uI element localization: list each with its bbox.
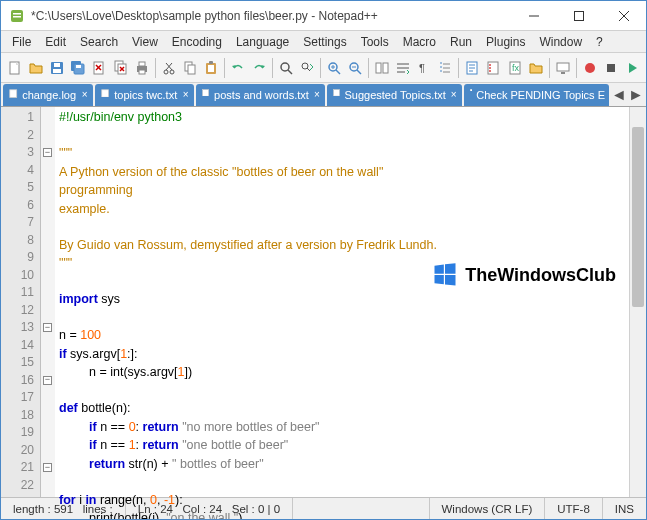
tab-label: Suggested Topics.txt: [345, 89, 446, 101]
svg-rect-32: [209, 61, 213, 64]
svg-rect-45: [383, 63, 388, 73]
svg-line-40: [336, 70, 340, 74]
svg-point-66: [585, 63, 595, 73]
find-icon[interactable]: [276, 57, 296, 79]
menu-encoding[interactable]: Encoding: [165, 33, 229, 51]
menu-language[interactable]: Language: [229, 33, 296, 51]
open-file-icon[interactable]: [26, 57, 46, 79]
menu-view[interactable]: View: [125, 33, 165, 51]
scrollbar-thumb[interactable]: [632, 127, 644, 307]
copy-icon[interactable]: [180, 57, 200, 79]
menu-search[interactable]: Search: [73, 33, 125, 51]
menu-plugins[interactable]: Plugins: [479, 33, 532, 51]
save-icon[interactable]: [47, 57, 67, 79]
record-macro-icon[interactable]: [580, 57, 600, 79]
fold-toggle-icon[interactable]: −: [43, 148, 52, 157]
title-bar: *C:\Users\Love\Desktop\sample python fil…: [1, 1, 646, 31]
status-spacer: [293, 498, 429, 519]
menu-file[interactable]: File: [5, 33, 38, 51]
zoom-out-icon[interactable]: [345, 57, 365, 79]
maximize-button[interactable]: [556, 1, 601, 30]
svg-rect-44: [376, 63, 381, 73]
svg-rect-1: [13, 13, 21, 15]
fold-toggle-icon[interactable]: −: [43, 323, 52, 332]
menu-edit[interactable]: Edit: [38, 33, 73, 51]
tab-close-icon[interactable]: ×: [181, 89, 190, 101]
file-icon: [470, 89, 473, 101]
svg-rect-71: [333, 89, 339, 95]
undo-icon[interactable]: [228, 57, 248, 79]
doc-map-icon[interactable]: [462, 57, 482, 79]
menu-bar: File Edit Search View Encoding Language …: [1, 31, 646, 53]
tab-change-log[interactable]: change.log ×: [3, 84, 93, 106]
close-file-icon[interactable]: [89, 57, 109, 79]
folder-workspace-icon[interactable]: [526, 57, 546, 79]
fold-toggle-icon[interactable]: −: [43, 376, 52, 385]
tab-close-icon[interactable]: ×: [80, 89, 89, 101]
zoom-in-icon[interactable]: [324, 57, 344, 79]
file-icon: [9, 89, 18, 101]
menu-window[interactable]: Window: [532, 33, 589, 51]
tab-close-icon[interactable]: ×: [313, 89, 321, 101]
tab-prev-icon[interactable]: ◄: [611, 85, 627, 105]
replace-icon[interactable]: [297, 57, 317, 79]
svg-rect-64: [557, 63, 569, 71]
tab-check-pending[interactable]: Check PENDING Topics E: [464, 84, 609, 106]
function-list-icon[interactable]: fx: [505, 57, 525, 79]
file-icon: [333, 89, 341, 101]
svg-point-25: [170, 70, 174, 74]
new-file-icon[interactable]: [5, 57, 25, 79]
tab-suggested[interactable]: Suggested Topics.txt ×: [327, 84, 462, 106]
toolbar-separator: [272, 58, 273, 78]
doc-list-icon[interactable]: [483, 57, 503, 79]
file-icon: [101, 89, 110, 101]
tab-nav: ◄ ►: [611, 85, 644, 105]
tab-close-icon[interactable]: ×: [450, 89, 458, 101]
vertical-scrollbar[interactable]: [629, 107, 646, 497]
close-button[interactable]: [601, 1, 646, 30]
toolbar-separator: [320, 58, 321, 78]
status-eol[interactable]: Windows (CR LF): [430, 498, 546, 519]
svg-point-24: [164, 70, 168, 74]
sync-scroll-icon[interactable]: [372, 57, 392, 79]
tab-posts-words[interactable]: posts and words.txt ×: [196, 84, 325, 106]
menu-macro[interactable]: Macro: [396, 33, 443, 51]
indent-guide-icon[interactable]: [435, 57, 455, 79]
svg-line-43: [357, 70, 361, 74]
show-all-chars-icon[interactable]: ¶: [414, 57, 434, 79]
svg-rect-22: [139, 62, 145, 66]
play-macro-icon[interactable]: [622, 57, 642, 79]
cut-icon[interactable]: [159, 57, 179, 79]
close-all-icon[interactable]: [110, 57, 130, 79]
print-icon[interactable]: [132, 57, 152, 79]
redo-icon[interactable]: [249, 57, 269, 79]
svg-rect-4: [574, 11, 583, 20]
svg-text:fx: fx: [512, 63, 520, 73]
stop-macro-icon[interactable]: [601, 57, 621, 79]
save-all-icon[interactable]: [68, 57, 88, 79]
fold-toggle-icon[interactable]: −: [43, 463, 52, 472]
word-wrap-icon[interactable]: [393, 57, 413, 79]
monitor-icon[interactable]: [553, 57, 573, 79]
toolbar-separator: [576, 58, 577, 78]
editor-area: 12345678910111213141516171819202122 −−−−…: [1, 107, 646, 497]
tab-next-icon[interactable]: ►: [628, 85, 644, 105]
code-editor[interactable]: #!/usr/bin/env python3 """ A Python vers…: [55, 107, 629, 497]
tab-label: change.log: [22, 89, 76, 101]
menu-settings[interactable]: Settings: [296, 33, 353, 51]
menu-run[interactable]: Run: [443, 33, 479, 51]
minimize-button[interactable]: [511, 1, 556, 30]
svg-rect-72: [470, 89, 472, 91]
toolbar-separator: [155, 58, 156, 78]
menu-tools[interactable]: Tools: [354, 33, 396, 51]
tab-label: posts and words.txt: [214, 89, 309, 101]
svg-rect-70: [203, 89, 209, 96]
window-title: *C:\Users\Love\Desktop\sample python fil…: [31, 9, 511, 23]
status-mode[interactable]: INS: [603, 498, 646, 519]
svg-line-34: [288, 70, 292, 74]
window-controls: [511, 1, 646, 30]
paste-icon[interactable]: [201, 57, 221, 79]
menu-help[interactable]: ?: [589, 33, 610, 51]
status-encoding[interactable]: UTF-8: [545, 498, 603, 519]
tab-topics-twc[interactable]: topics twc.txt ×: [95, 84, 194, 106]
